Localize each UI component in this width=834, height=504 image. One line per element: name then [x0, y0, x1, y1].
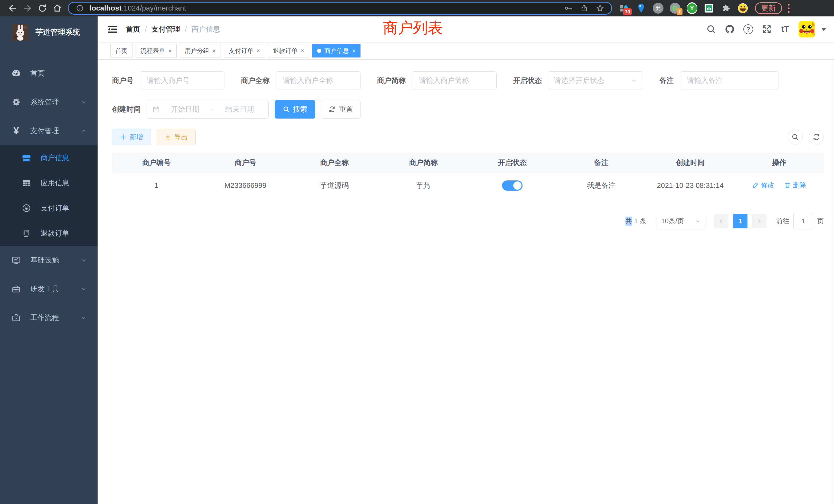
site-info-icon[interactable] [74, 3, 86, 14]
delete-button[interactable]: 删除 [784, 181, 806, 190]
close-icon[interactable]: × [212, 47, 216, 54]
close-icon[interactable]: × [257, 47, 260, 54]
show-search-button[interactable] [788, 130, 803, 144]
page-scrollbar[interactable] [831, 17, 834, 504]
col-status: 开启状态 [468, 153, 557, 173]
goto-page-input[interactable] [793, 213, 813, 229]
bookmark-star-icon[interactable] [594, 3, 606, 14]
tag-user-group[interactable]: 用户分组× [180, 44, 221, 58]
font-size-button[interactable]: tT [778, 22, 792, 37]
gear-icon [11, 97, 22, 107]
reset-button[interactable]: 重置 [321, 100, 360, 118]
sidebar-collapse-button[interactable] [106, 23, 118, 36]
extension-y-icon[interactable]: Y [687, 2, 697, 14]
cell-full-name: 芋道源码 [290, 173, 379, 198]
short-name-input[interactable] [412, 71, 497, 90]
tag-process-form[interactable]: 流程表单× [136, 44, 177, 58]
status-toggle[interactable] [502, 180, 523, 191]
browser-update-button[interactable]: 更新 [755, 2, 782, 14]
export-button[interactable]: 导出 [157, 129, 196, 145]
hamburger-icon [107, 24, 118, 35]
navbar-actions: ? tT [704, 21, 826, 38]
yen-icon: ¥ [11, 126, 22, 136]
share-icon[interactable] [578, 3, 590, 14]
full-name-input[interactable] [276, 71, 360, 90]
refresh-table-button[interactable] [809, 130, 824, 144]
remark-input[interactable] [680, 71, 779, 90]
extensions-puzzle-icon[interactable] [721, 2, 731, 14]
browser-home-button[interactable] [50, 1, 65, 16]
sidebar-item-system[interactable]: 系统管理 [0, 88, 97, 116]
search-button[interactable]: 搜索 [275, 100, 315, 118]
avatar-caret-icon[interactable] [821, 28, 826, 31]
tag-refund-order[interactable]: 退款订单× [268, 44, 309, 58]
profile-emoji-icon[interactable] [738, 2, 748, 14]
sidebar-item-app-info[interactable]: 应用信息 [0, 170, 97, 196]
tag-home[interactable]: 首页 [110, 44, 132, 58]
tag-pay-order[interactable]: 支付订单× [224, 44, 265, 58]
browser-back-button[interactable] [5, 1, 20, 16]
sidebar-item-infrastructure[interactable]: 基础设施 [0, 246, 97, 275]
merchant-table: 商户编号 商户号 商户全称 商户简称 开启状态 备注 创建时间 操作 1 M23… [112, 153, 824, 198]
reload-icon [38, 4, 47, 13]
sidebar-item-dev-tools[interactable]: 研发工具 [0, 275, 97, 303]
extension-pin-icon[interactable] [636, 2, 646, 14]
add-button[interactable]: 新增 [112, 129, 151, 145]
browser-menu-button[interactable] [787, 3, 791, 14]
address-bar[interactable]: localhost:1024/pay/merchant [68, 2, 612, 15]
chevron-down-icon [81, 286, 87, 292]
sidebar-item-pay-order[interactable]: ¥ 支付订单 [0, 196, 97, 221]
pagination-total: 共 1 条 [626, 216, 646, 226]
sidebar-item-label: 首页 [30, 69, 45, 78]
filter-label: 商户简称 [377, 76, 406, 86]
close-icon[interactable]: × [352, 47, 356, 54]
extension-status-icon[interactable]: 1 [670, 2, 680, 14]
sidebar-item-payment[interactable]: ¥ 支付管理 [0, 116, 97, 145]
sidebar-item-refund-order[interactable]: 退款订单 [0, 221, 97, 246]
close-icon[interactable]: × [168, 47, 172, 54]
edit-button[interactable]: 修改 [752, 181, 774, 190]
yen-circle-icon: ¥ [21, 204, 32, 213]
user-avatar[interactable] [798, 21, 815, 38]
chevron-up-icon [81, 128, 87, 134]
search-icon [791, 133, 799, 141]
password-key-icon[interactable] [562, 3, 574, 14]
sidebar: 芋道管理系统 首页 系统管理 ¥ 支付管理 [0, 17, 97, 504]
browser-reload-button[interactable] [35, 1, 50, 16]
sidebar-item-home[interactable]: 首页 [0, 59, 97, 88]
breadcrumb: 首页 / 支付管理 / 商户信息 [126, 24, 220, 34]
prev-page-button[interactable] [714, 214, 728, 228]
header-search-button[interactable] [704, 22, 719, 37]
date-range-input[interactable]: 开始日期 - 结束日期 [147, 100, 269, 118]
app-logo[interactable]: 芋道管理系统 [0, 17, 97, 48]
fullscreen-button[interactable] [760, 22, 774, 37]
filter-full-name: 商户全称 [241, 71, 360, 90]
col-merchant-id: 商户编号 [112, 153, 201, 173]
browser-forward-button[interactable] [20, 1, 35, 16]
url-text: localhost:1024/pay/merchant [90, 4, 186, 12]
extension-command-icon[interactable] [653, 2, 663, 14]
page-size-select[interactable]: 10条/页 [656, 213, 706, 229]
grid-icon [21, 178, 32, 188]
next-page-button[interactable] [752, 214, 766, 228]
breadcrumb-payment[interactable]: 支付管理 [152, 24, 180, 34]
extension-sheet-icon[interactable] [704, 2, 714, 14]
close-icon[interactable]: × [301, 47, 304, 54]
github-button[interactable] [723, 22, 737, 37]
sidebar-item-merchant-info[interactable]: 商户信息 [0, 145, 97, 170]
col-merchant-no: 商户号 [201, 153, 290, 173]
table-tools [788, 130, 824, 144]
filter-remark: 备注 [659, 71, 779, 90]
status-select[interactable]: 请选择开启状态 [548, 71, 643, 90]
extension-diamond-icon[interactable]: 10 [619, 2, 630, 14]
cell-short-name: 芋艿 [379, 173, 468, 198]
sidebar-item-workflow[interactable]: 工作流程 [0, 303, 97, 332]
help-button[interactable]: ? [741, 22, 755, 37]
refresh-icon [328, 106, 336, 113]
merchant-no-input[interactable] [140, 71, 224, 90]
page-number-1[interactable]: 1 [733, 214, 747, 228]
sidebar-item-label: 应用信息 [41, 178, 69, 188]
breadcrumb-home[interactable]: 首页 [126, 24, 140, 34]
tag-merchant-info[interactable]: 商户信息× [312, 44, 360, 58]
sidebar-item-label: 支付订单 [41, 203, 69, 213]
